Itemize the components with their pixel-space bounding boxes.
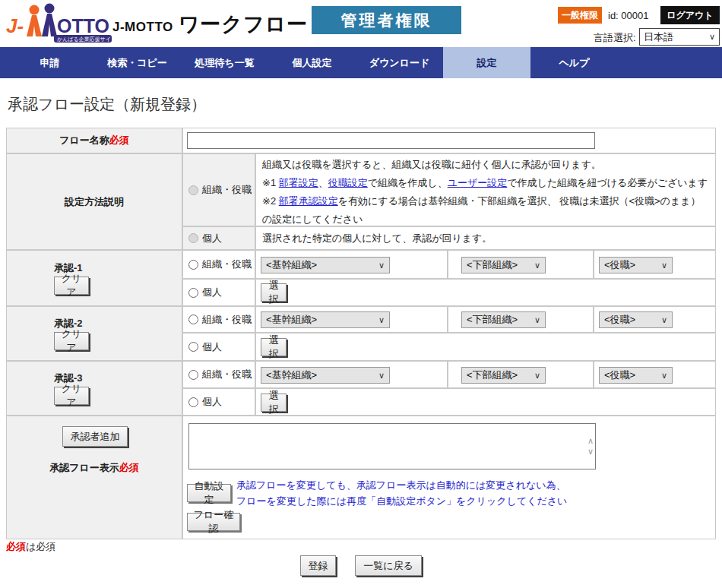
approval1-org-radio[interactable] <box>188 260 198 270</box>
approval3-org-label: 組織・役職 <box>202 368 252 381</box>
required-legend: 必須は必須 <box>6 540 55 554</box>
admin-permission-banner: 管理者権限 <box>312 6 461 34</box>
approval3-role-cell: <役職>∨ <box>594 361 716 388</box>
chevron-down-icon: ∨ <box>709 33 715 41</box>
approval2-org-radio[interactable] <box>188 315 198 324</box>
chevron-down-icon: ∨ <box>661 261 667 270</box>
approval2-label-cell: 承認-2 クリア <box>6 306 182 361</box>
approval2-base-org-select[interactable]: <基幹組織>∨ <box>261 311 390 328</box>
method-desc-line3: ※2 部署承認設定を有効にする場合は基幹組織・下部組織を選択、 役職は未選択（<… <box>262 192 709 210</box>
register-button[interactable]: 登録 <box>300 555 336 576</box>
page-title: 承認フロー設定（新規登録） <box>8 94 206 115</box>
jmotto-logo: J- OTTO かんばる企業応援サイト <box>6 2 112 45</box>
approval3-role-select[interactable]: <役職>∨ <box>599 367 673 384</box>
language-select[interactable]: 日本語 ∨ <box>639 28 720 46</box>
approval2-select-person-button[interactable]: 選択 <box>261 338 287 356</box>
tab-settings[interactable]: 設定 <box>443 47 530 78</box>
logo-person-navy-body <box>42 14 57 36</box>
flow-display-label-cell: 承認者追加 承認フロー表示必須 <box>6 416 182 539</box>
approval2-individual-option-cell: 個人 <box>182 333 255 361</box>
tab-shinsei[interactable]: 申請 <box>6 47 93 78</box>
approval1-individual-option-cell: 個人 <box>182 279 255 306</box>
approval1-individual-label: 個人 <box>202 286 222 299</box>
approval1-sub-org-select[interactable]: <下部組織>∨ <box>461 257 546 273</box>
chevron-down-icon: ∨ <box>534 316 540 324</box>
approval1-sub-org-cell: <下部組織>∨ <box>448 250 594 279</box>
flow-confirm-button[interactable]: フロー確認 <box>187 513 240 531</box>
logo-j-text: J- <box>6 14 24 37</box>
flow-name-input[interactable] <box>187 132 595 149</box>
flow-name-label-cell: フロー名称必須 <box>6 128 182 153</box>
approval2-clear-button[interactable]: クリア <box>54 332 89 350</box>
flow-name-required: 必須 <box>109 134 129 147</box>
approval1-individual-select-cell: 選択 <box>255 279 716 306</box>
textarea-scrollbar[interactable]: ∧ ∨ <box>587 424 594 469</box>
method-org-option-cell: 組織・役職 <box>182 153 255 226</box>
user-settings-link[interactable]: ユーザー設定 <box>448 177 508 188</box>
method-individual-desc: 選択された特定の個人に対して、承認が回ります。 <box>256 232 492 245</box>
back-to-list-button[interactable]: 一覧に戻る <box>355 555 422 576</box>
method-desc-line1: 組織又は役職を選択すると、組織又は役職に紐付く個人に承認が回ります。 <box>262 156 709 174</box>
approval2-sub-org-cell: <下部組織>∨ <box>448 306 594 333</box>
approval2-role-select[interactable]: <役職>∨ <box>599 311 673 328</box>
approval1-individual-radio[interactable] <box>188 288 198 298</box>
approval1-select-person-button[interactable]: 選択 <box>261 283 287 302</box>
approval1-label-cell: 承認-1 クリア <box>6 250 182 306</box>
approval3-base-org-select[interactable]: <基幹組織>∨ <box>261 367 390 384</box>
flow-display-textarea[interactable]: ∧ ∨ <box>188 423 596 469</box>
approval2-sub-org-select[interactable]: <下部組織>∨ <box>461 311 546 328</box>
general-permission-button[interactable]: 一般権限 <box>558 7 602 24</box>
tab-search-copy[interactable]: 検索・コピー <box>93 47 181 78</box>
chevron-down-icon: ∨ <box>378 261 385 270</box>
add-approver-button[interactable]: 承認者追加 <box>62 426 128 447</box>
scroll-down-icon[interactable]: ∨ <box>587 447 594 456</box>
auto-set-note-line2: フローを変更した際には再度「自動設定ボタン」をクリックしてください <box>236 495 567 508</box>
language-select-label: 言語選択: <box>594 31 636 45</box>
chevron-down-icon: ∨ <box>378 316 385 324</box>
approval3-select-person-button[interactable]: 選択 <box>261 394 287 412</box>
dept-approval-settings-link[interactable]: 部署承認設定 <box>279 195 338 207</box>
tab-help[interactable]: ヘルプ <box>530 47 618 78</box>
approval2-org-option-cell: 組織・役職 <box>182 306 255 333</box>
approval2-individual-label: 個人 <box>202 340 222 354</box>
required-legend-mark: 必須 <box>6 541 26 552</box>
approval3-individual-select-cell: 選択 <box>255 388 716 416</box>
approval1-org-option-cell: 組織・役職 <box>182 250 255 279</box>
approval3-individual-option-cell: 個人 <box>182 388 255 416</box>
method-individual-desc-cell: 選択された特定の個人に対して、承認が回ります。 <box>255 226 716 250</box>
approval3-sub-org-cell: <下部組織>∨ <box>448 361 594 388</box>
method-label: 設定方法説明 <box>65 195 124 209</box>
main-nav: 申請 検索・コピー 処理待ち一覧 個人設定 ダウンロード 設定 ヘルプ <box>0 47 722 78</box>
approval1-clear-button[interactable]: クリア <box>54 277 89 295</box>
logo-person-orange-body <box>27 15 42 36</box>
approval3-org-radio[interactable] <box>188 370 198 380</box>
logout-button[interactable]: ログアウト <box>660 6 720 24</box>
language-select-value: 日本語 <box>644 30 673 44</box>
tab-download[interactable]: ダウンロード <box>356 47 443 78</box>
approval1-base-org-select[interactable]: <基幹組織>∨ <box>261 257 390 273</box>
scroll-up-icon[interactable]: ∧ <box>587 437 594 445</box>
logo-person-navy-head <box>45 4 55 14</box>
method-org-desc-cell: 組織又は役職を選択すると、組織又は役職に紐付く個人に承認が回ります。 ※1 部署… <box>255 153 716 226</box>
auto-set-button[interactable]: 自動設定 <box>187 484 231 502</box>
method-desc-line2: ※1 部署設定、役職設定で組織を作成し、ユーザー設定で作成した組織を紐づける必要… <box>262 174 709 192</box>
logo-person-orange-head <box>30 5 40 15</box>
approval3-sub-org-select[interactable]: <下部組織>∨ <box>461 367 546 384</box>
tab-personal[interactable]: 個人設定 <box>268 47 356 78</box>
approval3-clear-button[interactable]: クリア <box>54 387 89 405</box>
approval3-individual-radio[interactable] <box>188 397 198 407</box>
approval2-individual-select-cell: 選択 <box>255 333 716 361</box>
logo-otto-text: OTTO <box>57 15 109 36</box>
method-label-cell: 設定方法説明 <box>6 153 182 250</box>
dept-settings-link[interactable]: 部署設定 <box>279 177 318 188</box>
logo-tagline-text: かんばる企業応援サイト <box>57 36 112 43</box>
approval1-role-select[interactable]: <役職>∨ <box>599 257 673 273</box>
tab-pending-list[interactable]: 処理待ち一覧 <box>181 47 268 78</box>
role-settings-link[interactable]: 役職設定 <box>328 177 368 188</box>
chevron-down-icon: ∨ <box>661 371 667 380</box>
chevron-down-icon: ∨ <box>661 316 667 324</box>
user-id-text: id: 00001 <box>608 10 649 21</box>
method-individual-label: 個人 <box>202 232 222 245</box>
approval2-individual-radio[interactable] <box>188 342 198 352</box>
flow-display-content-cell: ∧ ∨ 自動設定 承認フローを変更しても、承認フロー表示は自動的には変更されない… <box>182 416 716 539</box>
